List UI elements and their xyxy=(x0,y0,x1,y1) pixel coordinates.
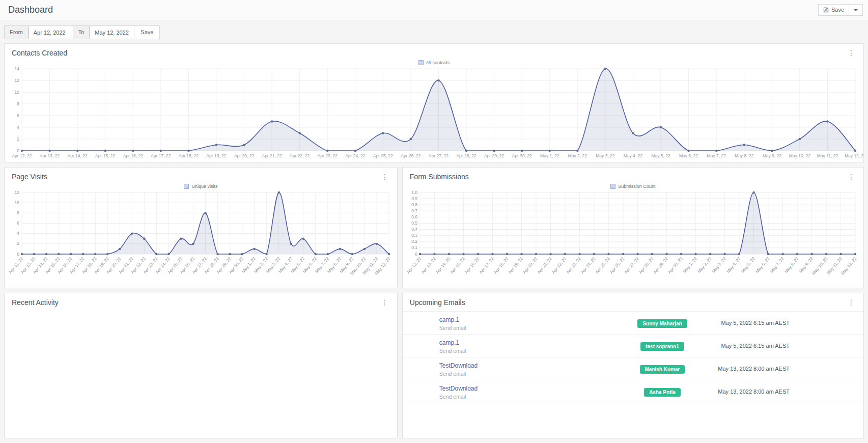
svg-text:8: 8 xyxy=(17,101,19,106)
email-action-label: Send email xyxy=(439,371,617,377)
svg-text:May 5, 22: May 5, 22 xyxy=(651,153,670,158)
svg-text:10: 10 xyxy=(15,200,20,205)
legend-label: Submission Count xyxy=(618,184,655,189)
panel-menu-button[interactable]: ⋮ xyxy=(380,299,390,306)
panel-title: Form Submissions xyxy=(410,173,469,181)
svg-text:2: 2 xyxy=(17,241,19,246)
svg-text:Apr 26, 22: Apr 26, 22 xyxy=(401,153,421,158)
panel-page-visits-header: Page Visits ⋮ xyxy=(5,168,397,182)
save-dropdown-button[interactable] xyxy=(849,4,863,16)
svg-text:0: 0 xyxy=(415,252,417,257)
svg-text:May 8, 22: May 8, 22 xyxy=(735,153,754,158)
contact-badge[interactable]: Manish Kumar xyxy=(640,365,685,374)
svg-text:0.3: 0.3 xyxy=(411,233,417,238)
svg-text:1.0: 1.0 xyxy=(411,190,417,195)
svg-text:10: 10 xyxy=(15,90,20,95)
svg-text:0.2: 0.2 xyxy=(411,239,417,244)
from-date-input[interactable] xyxy=(29,25,73,39)
panel-title: Page Visits xyxy=(12,173,47,181)
svg-text:4: 4 xyxy=(17,125,19,130)
svg-text:Apr 25, 22: Apr 25, 22 xyxy=(373,153,393,158)
email-campaign-link[interactable]: TestDownload xyxy=(439,362,478,369)
email-main-cell: TestDownload Send email xyxy=(403,383,617,400)
legend-label: All contacts xyxy=(426,60,450,65)
upcoming-email-row: TestDownload Send email Asha Potla May 1… xyxy=(403,380,863,403)
to-date-input[interactable] xyxy=(90,25,134,39)
email-time: May 5, 2022 6:15 am AEST xyxy=(708,320,790,326)
svg-text:6: 6 xyxy=(17,113,19,118)
svg-text:14: 14 xyxy=(15,66,20,71)
svg-text:May 3, 22: May 3, 22 xyxy=(711,256,727,274)
svg-text:Apr 13, 22: Apr 13, 22 xyxy=(40,153,60,158)
svg-text:May 7, 22: May 7, 22 xyxy=(707,153,726,158)
to-label: To xyxy=(73,25,90,39)
panel-menu-button[interactable]: ⋮ xyxy=(846,173,856,180)
contact-badge[interactable]: Asha Potla xyxy=(644,388,681,397)
svg-text:Apr 23, 22: Apr 23, 22 xyxy=(318,153,338,158)
upcoming-email-row: camp.1 Send email Sunny Maharjan May 5, … xyxy=(403,312,863,335)
save-dashboard-group: Save xyxy=(818,4,863,16)
upcoming-emails-list: camp.1 Send email Sunny Maharjan May 5, … xyxy=(403,312,863,403)
legend-checkbox[interactable] xyxy=(610,184,615,189)
svg-text:0.7: 0.7 xyxy=(411,208,417,213)
email-campaign-link[interactable]: camp.1 xyxy=(439,316,459,323)
upcoming-email-row: TestDownload Send email Manish Kumar May… xyxy=(403,357,863,380)
svg-text:Apr 14, 22: Apr 14, 22 xyxy=(68,153,88,158)
svg-text:Apr 18, 22: Apr 18, 22 xyxy=(179,153,199,158)
svg-text:Apr 24, 22: Apr 24, 22 xyxy=(345,153,365,158)
filter-save-button[interactable]: Save xyxy=(134,25,160,39)
svg-text:Apr 21, 22: Apr 21, 22 xyxy=(262,153,282,158)
panel-upcoming-emails-header: Upcoming Emails ⋮ xyxy=(403,293,863,312)
panel-menu-button[interactable]: ⋮ xyxy=(846,299,856,306)
svg-text:May 1, 22: May 1, 22 xyxy=(540,153,559,158)
contact-badge[interactable]: test soprano1 xyxy=(640,342,684,351)
svg-text:Apr 30, 22: Apr 30, 22 xyxy=(512,153,532,158)
chevron-down-icon xyxy=(854,9,858,11)
svg-text:Apr 27, 22: Apr 27, 22 xyxy=(429,153,449,158)
panel-menu-button[interactable]: ⋮ xyxy=(380,173,390,180)
chart-legend: Submission Count xyxy=(403,184,863,189)
dashboard-page: Dashboard Save From To Save Cont xyxy=(0,0,868,442)
svg-text:Apr 30, 22: Apr 30, 22 xyxy=(666,256,683,275)
svg-text:May 4, 22: May 4, 22 xyxy=(725,256,742,274)
upcoming-email-row: camp.1 Send email test soprano1 May 5, 2… xyxy=(403,335,863,357)
panel-recent-activity-header: Recent Activity ⋮ xyxy=(5,293,397,308)
panel-contacts-created: Contacts Created ⋮ All contacts 02468101… xyxy=(4,43,864,162)
panel-recent-activity: Recent Activity ⋮ xyxy=(4,293,398,438)
panel-title: Recent Activity xyxy=(12,298,59,307)
svg-text:0.9: 0.9 xyxy=(411,196,417,201)
svg-text:4: 4 xyxy=(17,231,19,236)
email-main-cell: camp.1 Send email xyxy=(403,315,617,331)
svg-text:May 9, 22: May 9, 22 xyxy=(763,153,782,158)
form-submissions-chart: 00.10.20.30.40.50.60.70.80.91.0Apr 12, 2… xyxy=(403,189,863,288)
email-badge-cell: Manish Kumar xyxy=(617,364,708,374)
svg-text:May 11, 22: May 11, 22 xyxy=(817,153,838,158)
svg-text:Apr 28, 22: Apr 28, 22 xyxy=(456,153,476,158)
panel-menu-button[interactable]: ⋮ xyxy=(846,49,856,57)
email-campaign-link[interactable]: camp.1 xyxy=(439,339,459,346)
legend-checkbox[interactable] xyxy=(184,184,189,189)
legend-label: Unique visits xyxy=(191,184,217,189)
svg-text:May 6, 22: May 6, 22 xyxy=(679,153,698,158)
email-campaign-link[interactable]: TestDownload xyxy=(439,385,478,392)
svg-text:Apr 12, 22: Apr 12, 22 xyxy=(12,153,32,158)
email-badge-cell: test soprano1 xyxy=(617,341,708,351)
email-time: May 13, 2022 8:00 am AEST xyxy=(708,366,790,372)
contacts-created-chart: 02468101214Apr 12, 22Apr 13, 22Apr 14, 2… xyxy=(5,66,863,162)
svg-text:May 4, 22: May 4, 22 xyxy=(624,153,643,158)
svg-text:Apr 15, 22: Apr 15, 22 xyxy=(95,153,115,158)
svg-text:May 12, 22: May 12, 22 xyxy=(845,153,863,158)
svg-text:May 6, 22: May 6, 22 xyxy=(754,256,771,274)
legend-checkbox[interactable] xyxy=(418,60,424,65)
svg-text:0.4: 0.4 xyxy=(411,227,417,232)
contact-badge[interactable]: Sunny Maharjan xyxy=(637,319,687,328)
panel-page-visits: Page Visits ⋮ Unique visits 024681012Apr… xyxy=(4,167,398,288)
chart-legend: All contacts xyxy=(5,60,863,65)
svg-text:0.8: 0.8 xyxy=(411,202,417,207)
save-dashboard-label: Save xyxy=(831,7,844,13)
panel-contacts-created-header: Contacts Created ⋮ xyxy=(5,44,863,59)
save-dashboard-button[interactable]: Save xyxy=(818,4,849,16)
svg-text:12: 12 xyxy=(15,78,20,83)
email-time: May 13, 2022 8:00 am AEST xyxy=(708,389,790,395)
page-title: Dashboard xyxy=(8,5,53,15)
